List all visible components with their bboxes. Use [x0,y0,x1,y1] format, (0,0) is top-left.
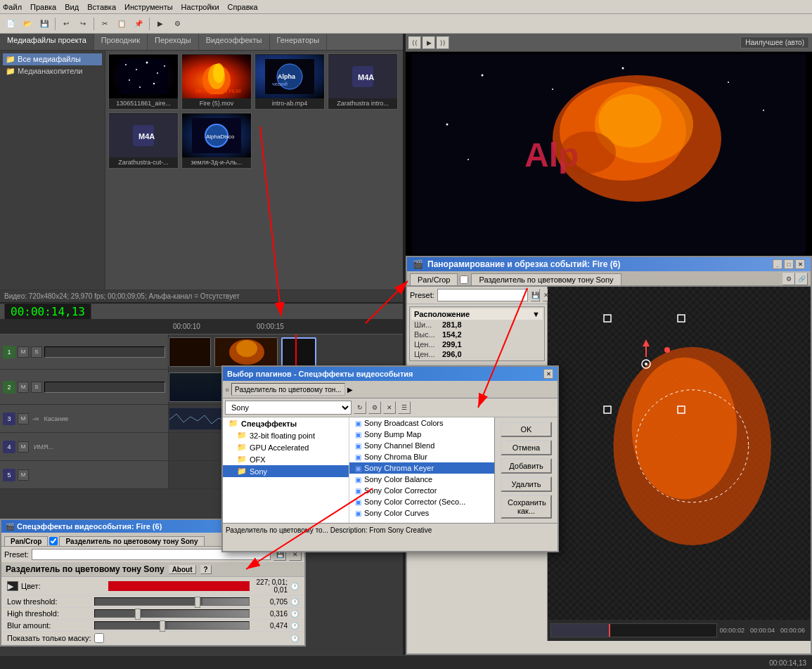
param-expand-color[interactable]: ▶ [7,581,18,591]
param-clock-mask[interactable]: 🕐 [290,635,299,642]
media-item-earth[interactable]: Alpha ческий intro-ab.mp4 [254,53,325,110]
tab-explorer[interactable]: Проводник [94,34,148,50]
save-button[interactable]: 💾 [37,16,52,32]
media-item-audio2[interactable]: M4A Zarathustra-cut-... [108,112,179,169]
mute-btn-5[interactable]: M [18,469,29,481]
clip-1a[interactable] [169,337,211,367]
plugin-chroma-keyer[interactable]: ▣ Sony Chroma Keyer [349,462,494,474]
plugin-delete-btn[interactable]: ✕ [383,401,396,414]
copy-button[interactable]: 📋 [114,16,129,32]
param-slider-blur[interactable] [94,621,250,630]
param-checkbox-mask[interactable] [94,633,104,643]
preview-play-btn[interactable]: ▶ [423,37,435,49]
plugin-chroma-blur[interactable]: ▣ Sony Chroma Blur [349,451,494,462]
preview-quality[interactable]: Наилучшее (авто) [740,37,809,48]
preview-fwd-btn[interactable]: ⟩⟩ [437,37,449,49]
fx-timeline-bar[interactable] [550,623,717,637]
media-item-audio1[interactable]: M4A Zarathustra intro... [328,53,398,110]
undo-button[interactable]: ↩ [58,16,74,32]
track-vol-1[interactable] [44,346,165,358]
plugin-color-curves[interactable]: ▣ Sony Color Curves [349,507,494,519]
pancrop-max-btn[interactable]: □ [784,259,794,269]
new-button[interactable]: 📄 [3,16,18,32]
plugin-refresh-btn[interactable]: ↻ [354,401,366,414]
track-content-1[interactable] [169,334,403,369]
bfx-about-btn[interactable]: About [169,565,196,574]
plugin-broadcast-colors[interactable]: ▣ Sony Broadcast Colors [349,417,494,429]
preset-input[interactable] [437,289,528,301]
menu-edit[interactable]: Правка [30,3,56,11]
redo-button[interactable]: ↪ [75,16,91,32]
fx-chain-btn[interactable]: 🔗 [795,273,808,285]
plugin-filter-text[interactable]: Разделитель по цветовому тон... [231,383,345,396]
tree-ofx[interactable]: 📁 OFX [223,453,349,465]
mute-btn-4[interactable]: M [18,441,29,453]
plugin-list-btn[interactable]: ☰ [398,401,411,414]
plugin-color-corrector2[interactable]: ▣ Sony Color Corrector (Seco... [349,496,494,507]
plugin-add-btn[interactable]: Добавить [501,458,552,474]
mute-btn-1[interactable]: M [18,346,29,358]
menu-view[interactable]: Вид [65,3,79,11]
plugin-cancel-btn[interactable]: Отмена [501,440,552,455]
menu-file[interactable]: Файл [3,3,22,11]
pancrop-close-btn[interactable]: ✕ [795,259,805,269]
preset-save-btn[interactable]: 💾 [531,289,540,301]
fx-settings-btn[interactable]: ⚙ [782,273,795,285]
menu-help[interactable]: Справка [228,3,258,11]
param-slider-thumb-low[interactable] [195,597,200,608]
bfx-question-btn[interactable]: ? [200,565,212,574]
plugin-bump-map[interactable]: ▣ Sony Bump Map [349,429,494,440]
menu-settings[interactable]: Настройки [181,3,219,11]
tree-spetseffekty[interactable]: 📁 Спецэффекты [223,417,349,429]
param-slider-low[interactable] [94,597,250,606]
plugin-channel-blend[interactable]: ▣ Sony Channel Blend [349,440,494,451]
cut-button[interactable]: ✂ [97,16,112,32]
menu-insert[interactable]: Вставка [87,3,116,11]
tree-32bit[interactable]: 📁 32-bit floating point [223,429,349,441]
bfx-tab-pancrop[interactable]: Pan/Crop [4,536,48,546]
tree-all-media[interactable]: 📁 Все медиафайлы [3,53,102,65]
media-item-alpha[interactable]: AlphaDisco земля-3д-и-Аль... [181,112,252,169]
plugin-ok-btn[interactable]: OK [501,422,552,437]
solo-btn-1[interactable]: S [31,346,42,358]
solo-btn-2[interactable]: S [31,382,42,393]
clip-1c[interactable] [281,337,316,367]
tab-splitter[interactable]: Разделитель по цветовому тону Sony [471,273,621,285]
tab-media[interactable]: Медиафайлы проекта [0,34,94,50]
tree-sony[interactable]: 📁 Sony [223,465,349,477]
clip-1b[interactable] [214,337,278,367]
param-clock-blur[interactable]: 🕐 [290,622,299,630]
plugin-saveas-btn[interactable]: Сохранить как... [501,495,552,519]
tree-gpu[interactable]: 📁 GPU Accelerated [223,441,349,453]
param-clock-high[interactable]: 🕐 [290,610,299,618]
param-slider-thumb-blur[interactable] [160,621,165,632]
tab-generators[interactable]: Генераторы [270,34,328,50]
render-button[interactable]: ▶ [153,16,168,32]
track-vol-2[interactable] [44,382,165,393]
paste-button[interactable]: 📌 [131,16,146,32]
splitter-checkbox[interactable] [460,275,468,284]
menu-tools[interactable]: Инструменты [124,3,173,11]
plugin-settings-btn[interactable]: ⚙ [368,401,381,414]
properties-button[interactable]: ⚙ [169,16,185,32]
param-clock-low[interactable]: 🕐 [290,598,299,606]
param-clock-color[interactable]: 🕐 [290,583,299,590]
param-slider-thumb-high[interactable] [135,609,141,620]
tab-vfx[interactable]: Видеоэффекты [199,34,270,50]
tab-pancrop[interactable]: Pan/Crop [410,273,458,285]
preview-back-btn[interactable]: ⟨⟨ [408,37,421,49]
open-button[interactable]: 📂 [20,16,35,32]
pancrop-min-btn[interactable]: _ [773,259,782,269]
plugin-color-corrector[interactable]: ▣ Sony Color Corrector [349,485,494,496]
plugin-dialog-close-btn[interactable]: ✕ [543,369,553,379]
plugin-delete-action-btn[interactable]: Удалить [501,476,552,492]
bfx-tab-splitter[interactable]: Разделитель по цветовому тону Sony [59,536,204,546]
tree-drives[interactable]: 📁 Медианакопители [3,65,102,77]
media-item-fire[interactable]: DETONATION FILMS Fire (5).mov [181,53,252,110]
tab-transitions[interactable]: Переходы [148,34,199,50]
mute-btn-3[interactable]: M [18,413,29,424]
pancrop-preview[interactable]: 00:00:02 00:00:04 00:00:06 [548,287,811,641]
bfx-splitter-check[interactable] [49,537,58,545]
color-swatch[interactable] [108,581,250,591]
plugin-color-balance[interactable]: ▣ Sony Color Balance [349,474,494,485]
